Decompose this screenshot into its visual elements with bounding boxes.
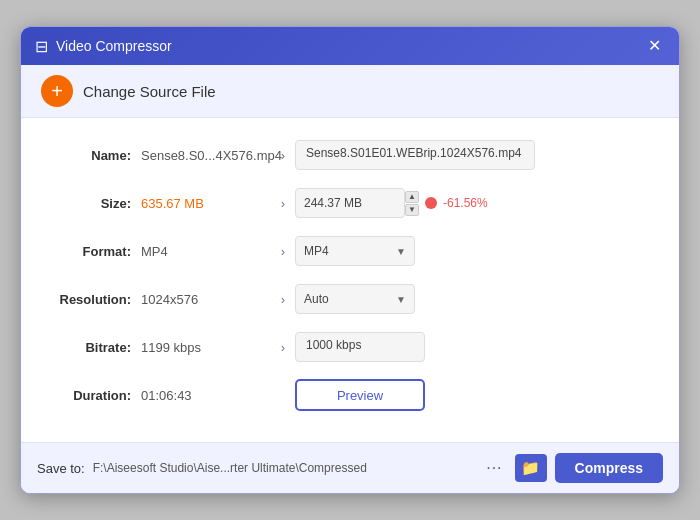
name-original-value: Sense8.S0...4X576.mp4 xyxy=(141,148,271,163)
duration-label: Duration: xyxy=(51,388,141,403)
close-button[interactable]: ✕ xyxy=(644,36,665,56)
size-output-box[interactable]: 244.37 MB xyxy=(295,188,405,218)
resolution-arrow-icon: › xyxy=(271,292,295,307)
save-path-value: F:\Aiseesoft Studio\Aise...rter Ultimate… xyxy=(93,461,474,475)
preview-button[interactable]: Preview xyxy=(295,379,425,411)
resolution-row: Resolution: 1024x576 › Auto ▼ xyxy=(51,282,649,316)
resolution-select[interactable]: Auto ▼ xyxy=(295,284,415,314)
name-output: Sense8.S01E01.WEBrip.1024X576.mp4 xyxy=(295,140,649,170)
app-icon: ⊟ xyxy=(35,37,48,56)
titlebar: ⊟ Video Compressor ✕ xyxy=(21,27,679,65)
arrow-icon: › xyxy=(271,148,295,163)
size-original-value: 635.67 MB xyxy=(141,196,271,211)
more-options-button[interactable]: ··· xyxy=(482,457,506,479)
format-output: MP4 ▼ xyxy=(295,236,649,266)
toolbar: + Change Source File xyxy=(21,65,679,118)
name-row: Name: Sense8.S0...4X576.mp4 › Sense8.S01… xyxy=(51,138,649,172)
bitrate-row: Bitrate: 1199 kbps › 1000 kbps xyxy=(51,330,649,364)
plus-icon: + xyxy=(51,81,63,101)
format-select-value: MP4 xyxy=(304,244,329,258)
bitrate-original-value: 1199 kbps xyxy=(141,340,271,355)
size-down-btn[interactable]: ▼ xyxy=(405,204,419,216)
size-reduction-value: -61.56% xyxy=(443,196,488,210)
size-up-btn[interactable]: ▲ xyxy=(405,191,419,203)
size-label: Size: xyxy=(51,196,141,211)
format-label: Format: xyxy=(51,244,141,259)
format-select[interactable]: MP4 ▼ xyxy=(295,236,415,266)
size-row: Size: 635.67 MB › 244.37 MB ▲ ▼ -61 xyxy=(51,186,649,220)
footer: Save to: F:\Aiseesoft Studio\Aise...rter… xyxy=(21,442,679,493)
main-content: Name: Sense8.S0...4X576.mp4 › Sense8.S01… xyxy=(21,118,679,442)
app-window: ⊟ Video Compressor ✕ + Change Source Fil… xyxy=(20,26,680,494)
bitrate-label: Bitrate: xyxy=(51,340,141,355)
size-spinner: ▲ ▼ xyxy=(405,191,419,216)
size-output-wrapper: 244.37 MB ▲ ▼ -61.56% xyxy=(295,188,488,218)
bitrate-input[interactable]: 1000 kbps xyxy=(295,332,425,362)
duration-output: Preview xyxy=(295,379,649,411)
bitrate-output: 1000 kbps xyxy=(295,332,649,362)
resolution-chevron-icon: ▼ xyxy=(396,294,406,305)
resolution-select-value: Auto xyxy=(304,292,329,306)
format-original-value: MP4 xyxy=(141,244,271,259)
size-arrow-icon: › xyxy=(271,196,295,211)
duration-original-value: 01:06:43 xyxy=(141,388,271,403)
browse-folder-button[interactable]: 📁 xyxy=(515,454,547,482)
size-output: 244.37 MB ▲ ▼ -61.56% xyxy=(295,188,649,218)
format-chevron-icon: ▼ xyxy=(396,246,406,257)
size-dot-indicator xyxy=(425,197,437,209)
format-row: Format: MP4 › MP4 ▼ xyxy=(51,234,649,268)
resolution-label: Resolution: xyxy=(51,292,141,307)
folder-icon: 📁 xyxy=(521,459,540,477)
compress-button[interactable]: Compress xyxy=(555,453,663,483)
bitrate-arrow-icon: › xyxy=(271,340,295,355)
format-arrow-icon: › xyxy=(271,244,295,259)
resolution-original-value: 1024x576 xyxy=(141,292,271,307)
name-output-box: Sense8.S01E01.WEBrip.1024X576.mp4 xyxy=(295,140,535,170)
titlebar-left: ⊟ Video Compressor xyxy=(35,37,172,56)
size-spinbox: 244.37 MB ▲ ▼ xyxy=(295,188,419,218)
change-source-label: Change Source File xyxy=(83,83,216,100)
size-output-value: 244.37 MB xyxy=(304,196,362,210)
name-label: Name: xyxy=(51,148,141,163)
save-to-label: Save to: xyxy=(37,461,85,476)
add-source-button[interactable]: + xyxy=(41,75,73,107)
duration-row: Duration: 01:06:43 › Preview xyxy=(51,378,649,412)
resolution-output: Auto ▼ xyxy=(295,284,649,314)
app-title: Video Compressor xyxy=(56,38,172,54)
